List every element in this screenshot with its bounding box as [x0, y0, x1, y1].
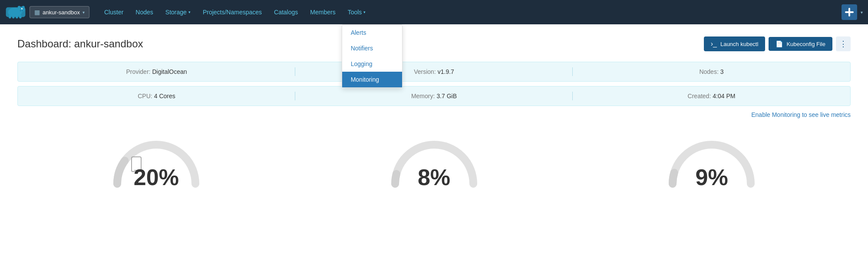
version-cell: Version: v1.9.7 [295, 68, 573, 75]
created-cell: Created: 4:04 PM [573, 93, 850, 100]
dashboard-actions: ›_ Launch kubectl 📄 Kubeconfig File ⋮ [704, 36, 851, 51]
cluster-info-bar-1: Provider: DigitalOcean Version: v1.9.7 N… [17, 62, 851, 82]
user-avatar-chevron[interactable]: ▾ [861, 10, 863, 15]
page-title: Dashboard: ankur-sandbox [17, 38, 143, 50]
cpu-cell: CPU: 4 Cores [18, 93, 295, 100]
terminal-icon: ›_ [711, 40, 717, 48]
nodes-value: 3 [720, 68, 724, 75]
navbar: ▦ ankur-sandbox ▾ Cluster Nodes Storage … [0, 0, 868, 24]
gauges-row: 20% 8% 9% [17, 125, 851, 190]
nav-links: Cluster Nodes Storage ▾ Projects/Namespa… [98, 0, 842, 24]
memory-value: 3.7 GiB [436, 93, 457, 100]
created-label: Created: [688, 93, 711, 100]
grid-icon: ▦ [34, 9, 40, 16]
svg-rect-13 [845, 11, 854, 13]
nav-link-nodes[interactable]: Nodes [129, 0, 159, 24]
memory-gauge-visual: 8% [386, 134, 482, 190]
memory-label: Memory: [411, 93, 435, 100]
tools-dropdown: Alerts Notifiers Logging Monitoring [342, 24, 403, 88]
nodes-cell: Nodes: 3 [573, 68, 850, 75]
svg-rect-5 [19, 15, 22, 18]
user-avatar[interactable] [842, 4, 857, 20]
provider-cell: Provider: DigitalOcean [18, 68, 295, 75]
storage-chevron: ▾ [188, 10, 191, 14]
memory-gauge-percent: 8% [418, 164, 450, 190]
provider-value: DigitalOcean [152, 68, 187, 75]
memory-gauge: 8% [295, 125, 573, 190]
svg-rect-2 [9, 15, 11, 18]
main-content: Dashboard: ankur-sandbox ›_ Launch kubec… [0, 24, 868, 199]
kubeconfig-button[interactable]: 📄 Kubeconfig File [769, 37, 832, 51]
dropdown-item-notifiers[interactable]: Notifiers [342, 40, 402, 56]
launch-kubectl-button[interactable]: ›_ Launch kubectl [704, 36, 766, 51]
cluster-info-bar-2: CPU: 4 Cores Memory: 3.7 GiB Created: 4:… [17, 86, 851, 106]
nav-link-cluster[interactable]: Cluster [98, 0, 129, 24]
svg-rect-4 [16, 15, 18, 18]
file-icon: 📄 [776, 40, 783, 47]
dropdown-item-alerts[interactable]: Alerts [342, 25, 402, 40]
cpu-label: CPU: [138, 93, 152, 100]
cluster-selector-label: ankur-sandbox [43, 9, 80, 16]
cpu-gauge: 20% [17, 125, 295, 190]
svg-point-10 [20, 10, 21, 11]
cpu-gauge-percent: 20% [134, 164, 179, 190]
nav-link-storage[interactable]: Storage ▾ [159, 0, 197, 24]
nav-link-catalogs[interactable]: Catalogs [268, 0, 304, 24]
cpu-value: 4 Cores [154, 93, 175, 100]
nav-link-tools[interactable]: Tools ▾ [342, 0, 372, 24]
version-label: Version: [414, 68, 436, 75]
svg-point-7 [18, 6, 20, 9]
navbar-right: ▾ [842, 4, 863, 20]
version-value: v1.9.7 [438, 68, 454, 75]
memory-cell: Memory: 3.7 GiB [295, 93, 573, 100]
storage-gauge-visual: 9% [664, 134, 759, 190]
enable-monitoring-row: Enable Monitoring to see live metrics [17, 111, 851, 118]
nav-link-members[interactable]: Members [304, 0, 341, 24]
nav-link-projects[interactable]: Projects/Namespaces [197, 0, 268, 24]
dropdown-item-logging[interactable]: Logging [342, 56, 402, 72]
nodes-label: Nodes: [699, 68, 718, 75]
tools-nav-wrapper: Tools ▾ Alerts Notifiers Logging Monitor… [342, 0, 372, 24]
svg-point-9 [21, 8, 23, 9]
enable-monitoring-link[interactable]: Enable Monitoring to see live metrics [751, 111, 851, 118]
ellipsis-icon: ⋮ [839, 39, 847, 49]
dashboard-header: Dashboard: ankur-sandbox ›_ Launch kubec… [17, 36, 851, 51]
dropdown-item-monitoring[interactable]: Monitoring [342, 72, 402, 87]
storage-gauge: 9% [573, 125, 851, 190]
created-value: 4:04 PM [713, 93, 735, 100]
cpu-gauge-visual: 20% [109, 134, 204, 190]
svg-rect-3 [12, 15, 15, 18]
more-options-button[interactable]: ⋮ [836, 36, 851, 51]
app-logo [5, 4, 26, 20]
tools-chevron: ▾ [363, 10, 366, 14]
storage-gauge-percent: 9% [696, 164, 728, 190]
provider-label: Provider: [126, 68, 150, 75]
cluster-selector[interactable]: ▦ ankur-sandbox ▾ [30, 6, 89, 18]
svg-point-11 [22, 10, 23, 11]
cluster-selector-chevron: ▾ [83, 10, 85, 15]
